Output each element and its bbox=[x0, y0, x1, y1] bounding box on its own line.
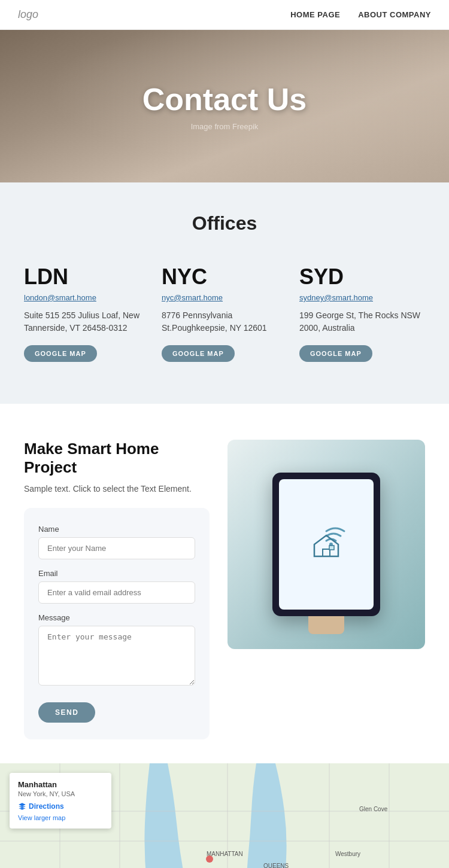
svg-rect-2 bbox=[329, 546, 334, 550]
navbar: logo HOME PAGE ABOUT COMPANY bbox=[0, 0, 449, 30]
contact-image bbox=[227, 440, 425, 649]
directions-icon bbox=[18, 802, 26, 811]
office-card-ldn: LDN london@smart.home Suite 515 255 Juli… bbox=[24, 258, 150, 368]
contact-left: Make Smart Home Project Sample text. Cli… bbox=[24, 440, 210, 739]
office-city-nyc: NYC bbox=[162, 264, 287, 290]
contact-desc: Sample text. Click to select the Text El… bbox=[24, 484, 210, 494]
tablet-container bbox=[272, 473, 380, 616]
contact-heading: Make Smart Home Project bbox=[24, 440, 210, 477]
email-input[interactable] bbox=[38, 581, 195, 604]
form-group-email: Email bbox=[38, 569, 195, 604]
office-card-syd: SYD sydney@smart.home 199 George St, The… bbox=[299, 258, 425, 368]
office-card-nyc: NYC nyc@smart.home 8776 Pennsylvania St.… bbox=[162, 258, 287, 368]
office-email-ldn[interactable]: london@smart.home bbox=[24, 293, 150, 302]
tablet-frame bbox=[272, 473, 380, 616]
svg-text:QUEENS: QUEENS bbox=[263, 863, 289, 868]
hero-title: Contact Us bbox=[142, 81, 307, 117]
map-section: New York Newark MANHATTAN QUEENS BROOKLY… bbox=[0, 763, 449, 868]
hero-subtitle: Image from Freepik bbox=[191, 122, 259, 131]
tablet-screen bbox=[279, 479, 374, 610]
tablet-stand bbox=[308, 616, 344, 634]
map-info-row: Directions bbox=[18, 802, 103, 811]
hero-section: Contact Us Image from Freepik bbox=[0, 30, 449, 182]
nav-about-company[interactable]: ABOUT COMPANY bbox=[358, 10, 431, 19]
logo: logo bbox=[18, 8, 38, 21]
message-input[interactable] bbox=[38, 626, 195, 686]
map-info-box: Manhattan New York, NY, USA Directions V… bbox=[10, 773, 111, 829]
form-group-message: Message bbox=[38, 613, 195, 688]
office-city-ldn: LDN bbox=[24, 264, 150, 290]
message-label: Message bbox=[38, 613, 195, 622]
smart-home-icon bbox=[296, 514, 356, 574]
offices-title: Offices bbox=[24, 212, 425, 234]
map-larger-link[interactable]: View larger map bbox=[18, 814, 103, 821]
offices-grid: LDN london@smart.home Suite 515 255 Juli… bbox=[24, 258, 425, 368]
office-address-syd: 199 George St, The Rocks NSW 2000, Austr… bbox=[299, 309, 425, 334]
office-city-syd: SYD bbox=[299, 264, 425, 290]
google-map-btn-syd[interactable]: GOOGLE MAP bbox=[299, 345, 372, 362]
svg-text:MANHATTAN: MANHATTAN bbox=[207, 851, 243, 857]
send-button[interactable]: SEND bbox=[38, 702, 95, 723]
svg-text:Glen Cove: Glen Cove bbox=[359, 806, 388, 812]
svg-rect-1 bbox=[323, 549, 330, 556]
office-address-ldn: Suite 515 255 Julius Loaf, New Tannersid… bbox=[24, 309, 150, 334]
svg-point-23 bbox=[206, 855, 213, 863]
map-location-name: Manhattan bbox=[18, 780, 103, 789]
map-directions-button[interactable]: Directions bbox=[18, 802, 64, 811]
svg-text:Westbury: Westbury bbox=[335, 851, 360, 857]
contact-right bbox=[227, 440, 425, 649]
contact-form-card: Name Email Message SEND bbox=[24, 508, 210, 739]
contact-section: Make Smart Home Project Sample text. Cli… bbox=[0, 404, 449, 763]
office-email-syd[interactable]: sydney@smart.home bbox=[299, 293, 425, 302]
email-label: Email bbox=[38, 569, 195, 578]
navbar-links: HOME PAGE ABOUT COMPANY bbox=[290, 10, 431, 19]
offices-section: Offices LDN london@smart.home Suite 515 … bbox=[0, 182, 449, 404]
name-label: Name bbox=[38, 525, 195, 534]
google-map-btn-ldn[interactable]: GOOGLE MAP bbox=[24, 345, 97, 362]
form-group-name: Name bbox=[38, 525, 195, 559]
nav-home-page[interactable]: HOME PAGE bbox=[290, 10, 340, 19]
office-address-nyc: 8776 Pennsylvania St.Poughkeepsie, NY 12… bbox=[162, 309, 287, 334]
office-email-nyc[interactable]: nyc@smart.home bbox=[162, 293, 287, 302]
name-input[interactable] bbox=[38, 537, 195, 559]
google-map-btn-nyc[interactable]: GOOGLE MAP bbox=[162, 345, 235, 362]
map-location-sub: New York, NY, USA bbox=[18, 790, 103, 797]
